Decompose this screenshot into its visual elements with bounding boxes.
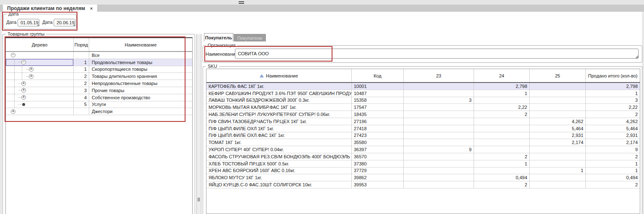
expand-icon[interactable]: + — [21, 88, 26, 93]
tree-connector-line — [18, 97, 21, 98]
tree-connector-line — [26, 69, 29, 70]
leaf-node-icon[interactable] — [22, 103, 25, 106]
table-row[interactable]: ЛАВАШ ТОНКИЙ БЕЗДРОЖЖЕВОЙ 300Г 0.3кг.153… — [206, 97, 640, 104]
sku-total-cell: 1 — [586, 160, 640, 167]
table-row[interactable]: УКРОП СУПЕР! 40Г СУПЕР! 0.04кг.3639799 — [206, 146, 640, 153]
sku-week24-cell — [474, 168, 530, 174]
name-column-header[interactable]: Наименование — [89, 38, 192, 51]
sku-name-cell: КАРТОФЕЛЬ ФАС 1КГ 1кг. — [206, 83, 352, 90]
expand-icon[interactable]: + — [11, 109, 15, 114]
sku-week24-cell: 1 — [474, 160, 530, 167]
tree-row[interactable]: +3Прочие товары — [6, 87, 192, 94]
sku-code-cell: 37380 — [352, 160, 404, 167]
sku-code-cell: 15358 — [352, 97, 404, 104]
sku-week24-column-header[interactable]: 24 — [474, 69, 530, 82]
tree-cell: + — [6, 108, 74, 115]
tree-column-header[interactable]: Дерево — [6, 38, 74, 51]
tab-buyers[interactable]: Покупатели — [234, 34, 266, 41]
sku-week24-cell: 2 — [474, 181, 530, 188]
sku-week24-cell: 0,494 — [474, 174, 530, 181]
sku-name-cell: ЯЙЦО КУР.ЦВ.С-0 ФАС.10ШТ СОЛИГОРСК 10кг. — [206, 181, 352, 188]
expand-icon[interactable]: + — [29, 74, 33, 79]
sku-name-cell: УКРОП СУПЕР! 40Г СУПЕР! 0.04кг. — [206, 146, 352, 153]
tree-cell — [6, 101, 74, 108]
collapse-icon[interactable]: − — [21, 60, 26, 64]
sku-week24-cell — [474, 139, 530, 146]
table-row[interactable]: ЯБЛОКО МУТСУ 1КГ 1кг.398620,4940,494 — [206, 174, 640, 181]
tree-cell: − — [6, 59, 74, 66]
sku-name-cell: ФАСОЛЬ СТРУЧКОВАЯ РЕЗ.СВ/М БОНДЮЭЛЬ 400Г… — [206, 153, 352, 160]
sku-code-cell: 36570 — [352, 153, 404, 160]
sku-groupbox: SKU Наименование Код 23 24 25 Продано ит… — [203, 66, 642, 214]
tree-row[interactable]: +1Скоропортящиеся товары — [6, 66, 192, 73]
sku-total-cell: 4,262 — [586, 118, 640, 125]
table-row[interactable]: ХЛЕБ ТОСТОВЫЙ ПР.ЦЕХ 500Г 0.5кг.3738011 — [206, 160, 640, 168]
tree-guide-line — [14, 80, 18, 87]
collapse-icon[interactable]: − — [11, 53, 15, 57]
sku-week23-cell — [404, 83, 474, 90]
table-row[interactable]: НАБ.ЗЕЛЕНИ СУПЕР! ЛУК/УКР/ПЕТР.60Г СУПЕР… — [206, 111, 640, 118]
organization-name-input[interactable] — [235, 49, 639, 59]
sku-week23-column-header[interactable]: 23 — [404, 69, 474, 82]
tree-row[interactable]: +2Товары длительного хранения — [6, 73, 192, 80]
sku-week23-cell — [404, 139, 474, 146]
expand-icon[interactable]: + — [21, 95, 26, 100]
tab-buyer[interactable]: Покупатель — [204, 33, 233, 41]
sku-week25-column-header[interactable]: 25 — [530, 69, 586, 82]
tree-connector-line — [18, 104, 21, 105]
document-tab-bar: Продажи клиентам по неделям × — [0, 5, 644, 12]
tree-row[interactable]: +2Непродовольственные товары — [6, 80, 192, 87]
tree-cell: + — [6, 73, 74, 80]
sku-total-cell: 9 — [586, 146, 640, 153]
table-row[interactable]: П/Ф ЦЫПЛ.ФИЛЕ ОХЛ 1КГ 1кг.274185,4645,46… — [206, 125, 640, 132]
tree-guide-line — [14, 94, 18, 101]
tree-connector-line — [18, 83, 21, 84]
order-cell: 5 — [74, 101, 89, 108]
sku-total-cell: 1 — [586, 90, 640, 97]
sku-name-cell: КЕФИР САВУШКИН ПРОДУКТ 3.6% ПЭТ 950Г САВ… — [206, 90, 352, 97]
sort-ascending-icon — [260, 74, 264, 77]
tree-row[interactable]: −1Продовольственные товары — [6, 59, 192, 66]
sku-name-cell: ЯБЛОКО МУТСУ 1КГ 1кг. — [206, 174, 352, 181]
table-row[interactable]: КАРТОФЕЛЬ ФАС 1КГ 1кг.100012,7982,798 — [206, 83, 640, 90]
table-row[interactable]: П/Ф ЦЫПЛ.ФИЛЕ ОХЛ.ФАС 1КГ 1кг.274232,931… — [206, 132, 640, 139]
document-tab[interactable]: Продажи клиентам по неделям × — [3, 5, 97, 12]
sku-total-cell: 2 — [586, 181, 640, 188]
sku-week25-cell — [530, 153, 586, 160]
tree-guide-line — [22, 66, 26, 73]
sku-code-cell: 17547 — [352, 104, 404, 111]
order-cell: 2 — [74, 73, 89, 80]
sku-week23-cell — [404, 90, 474, 97]
expand-icon[interactable]: + — [21, 81, 26, 86]
sku-total-column-header[interactable]: Продано итого (кол-во) — [586, 69, 640, 82]
tree-row[interactable]: +4Собственное производство — [6, 94, 192, 101]
tree-row[interactable]: +Джестори — [6, 108, 192, 115]
table-row[interactable]: ЯЙЦО КУР.ЦВ.С-0 ФАС.10ШТ СОЛИГОРСК 10кг.… — [206, 181, 640, 188]
date-to-corner-icon — [72, 23, 75, 26]
sku-week25-cell: 5,464 — [530, 125, 586, 132]
sku-name-column-header[interactable]: Наименование — [206, 69, 352, 82]
sku-total-cell: 2,22 — [586, 104, 640, 111]
tree-row[interactable]: −Все — [6, 52, 192, 59]
table-row[interactable]: МОРКОВЬ МЫТАЯ КАЛИБР.ФАС 1КГ 1кг.175472,… — [206, 104, 640, 111]
sku-week25-cell — [530, 160, 586, 167]
name-cell: Скоропортящиеся товары — [89, 66, 192, 73]
panel-grip-icon[interactable] — [239, 1, 244, 4]
panel-splitter[interactable] — [196, 34, 201, 214]
table-row[interactable]: ТОМАТ 1КГ 1кг.355802,1742,174 — [206, 139, 640, 146]
tree-row[interactable]: 5Услуги — [6, 101, 192, 108]
tree-guide-line — [14, 59, 18, 66]
sku-week25-cell — [530, 181, 586, 188]
sku-total-cell: 2 — [586, 153, 640, 160]
table-row[interactable]: ФАСОЛЬ СТРУЧКОВАЯ РЕЗ.СВ/М БОНДЮЭЛЬ 400Г… — [206, 153, 640, 160]
expand-icon[interactable]: + — [29, 67, 33, 72]
table-row[interactable]: ХРЕН АВС БОЯРСКИЙ 160Г АВС 0.16кг.377291… — [206, 168, 640, 175]
sku-week25-cell: 2,174 — [530, 139, 586, 146]
sku-code-column-header[interactable]: Код — [352, 69, 404, 82]
close-icon[interactable]: × — [90, 6, 93, 11]
sku-week23-cell — [404, 168, 474, 174]
sku-week24-cell — [474, 97, 530, 104]
table-row[interactable]: КЕФИР САВУШКИН ПРОДУКТ 3.6% ПЭТ 950Г САВ… — [206, 90, 640, 97]
order-column-header[interactable]: Поряд — [74, 38, 89, 51]
table-row[interactable]: П/Ф СВИН.ТАЗОБЕДР.ЧАСТЬ ПР.ЦЕХ 1КГ 1кг.2… — [206, 118, 640, 125]
